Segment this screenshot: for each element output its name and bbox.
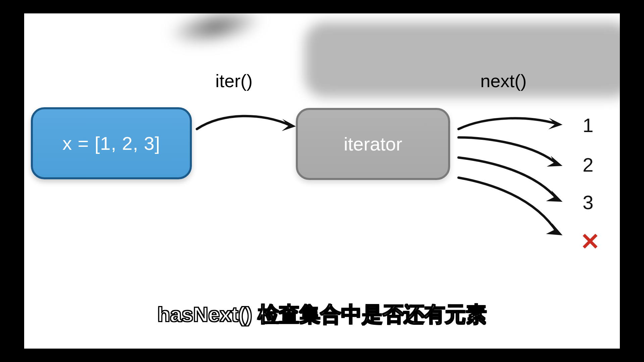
output-3: 3 [583,191,593,214]
label-iter: iter() [215,70,253,91]
diagram-canvas: iter() next() x = [1, 2, 3] iterator 1 2… [24,13,620,349]
background-blur [24,13,620,80]
box-list-text: x = [1, 2, 3] [62,132,160,154]
output-1: 1 [583,114,593,136]
label-next: next() [480,70,527,91]
output-2: 2 [583,154,593,176]
box-iterator-text: iterator [344,133,402,155]
arrow-next-4 [457,174,568,241]
output-stop: ✕ [580,228,600,255]
video-subtitle: hasNext() 检查集合中是否还有元素 [157,300,487,328]
arrow-iter [195,109,303,142]
box-iterator: iterator [296,108,450,180]
box-list: x = [1, 2, 3] [31,107,192,179]
arrow-next-1 [457,114,568,134]
